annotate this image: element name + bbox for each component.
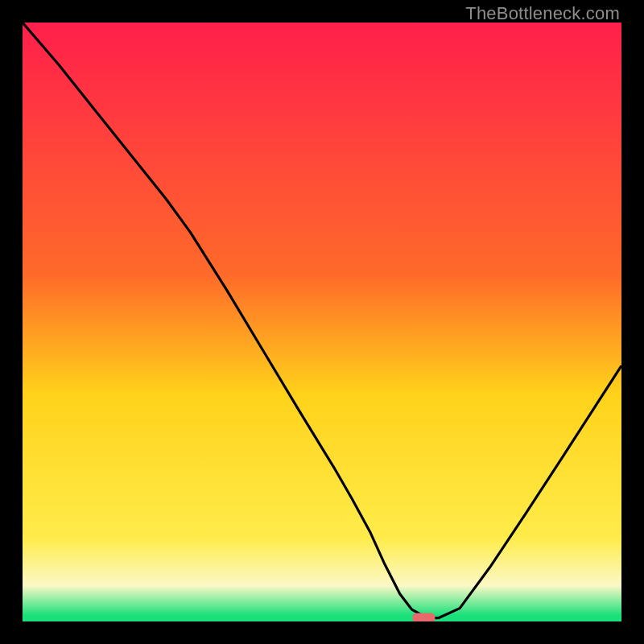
optimal-marker xyxy=(412,613,435,621)
chart-svg xyxy=(23,23,621,621)
gradient-background xyxy=(23,23,621,621)
plot-area xyxy=(23,23,621,621)
outer-black-frame: TheBottleneck.com xyxy=(0,0,644,644)
watermark-text: TheBottleneck.com xyxy=(465,3,620,24)
